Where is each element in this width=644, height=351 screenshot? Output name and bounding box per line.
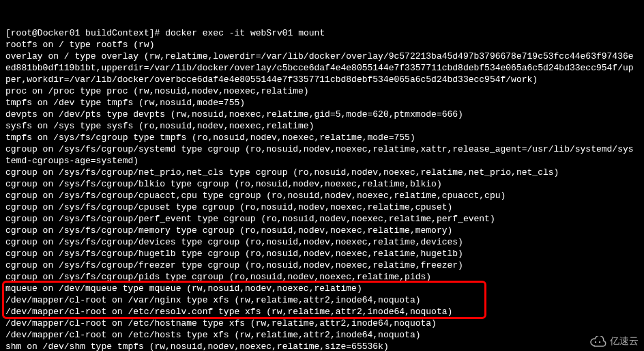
output-line: proc on /proc type proc (rw,nosuid,nodev… (5, 85, 639, 97)
svg-point-1 (599, 341, 600, 342)
output-line: cgroup on /sys/fs/cgroup/cpuset type cgr… (5, 201, 639, 213)
output-line: mqueue on /dev/mqueue type mqueue (rw,no… (5, 283, 639, 294)
output-line: /dev/mapper/cl-root on /etc/hostname typ… (5, 318, 639, 329)
shell-prompt: [root@Docker01 buildContext]# (5, 28, 160, 38)
output-line: cgroup on /sys/fs/cgroup/cpuacct,cpu typ… (5, 190, 639, 201)
output-line: cgroup on /sys/fs/cgroup/devices type cg… (5, 236, 639, 248)
output-line: /dev/mapper/cl-root on /etc/hosts type x… (5, 329, 639, 341)
output-line: /dev/mapper/cl-root on /var/nginx type x… (5, 294, 639, 306)
watermark-text: 亿速云 (610, 335, 639, 347)
output-line: cgroup on /sys/fs/cgroup/blkio type cgro… (5, 178, 639, 190)
prompt-line: [root@Docker01 buildContext]# docker exe… (5, 27, 639, 39)
output-line: cgroup on /sys/fs/cgroup/hugetlb type cg… (5, 248, 639, 259)
output-line: cgroup on /sys/fs/cgroup/pids type cgrou… (5, 271, 639, 283)
output-line: cgroup on /sys/fs/cgroup/systemd type cg… (5, 143, 639, 167)
terminal-output[interactable]: [root@Docker01 buildContext]# docker exe… (0, 0, 644, 351)
output-line: /dev/mapper/cl-root on /etc/resolv.conf … (5, 306, 639, 318)
output-line: tmpfs on /dev type tmpfs (rw,nosuid,mode… (5, 97, 639, 109)
svg-point-0 (595, 341, 596, 342)
command-text: docker exec -it webSrv01 mount (165, 28, 325, 38)
watermark: 亿速云 (589, 335, 639, 347)
output-line: cgroup on /sys/fs/cgroup/memory type cgr… (5, 225, 639, 236)
cloud-icon (589, 336, 607, 347)
output-line: overlay on / type overlay (rw,relatime,l… (5, 51, 639, 85)
output-line: sysfs on /sys type sysfs (ro,nosuid,node… (5, 120, 639, 132)
output-line: cgroup on /sys/fs/cgroup/perf_event type… (5, 213, 639, 225)
output-line: shm on /dev/shm type tmpfs (rw,nosuid,no… (5, 341, 639, 351)
output-line: cgroup on /sys/fs/cgroup/freezer type cg… (5, 259, 639, 271)
output-line: tmpfs on /sys/fs/cgroup type tmpfs (ro,n… (5, 132, 639, 143)
output-line: rootfs on / type rootfs (rw) (5, 39, 639, 51)
output-line: cgroup on /sys/fs/cgroup/net_prio,net_cl… (5, 167, 639, 178)
output-line: devpts on /dev/pts type devpts (rw,nosui… (5, 109, 639, 120)
